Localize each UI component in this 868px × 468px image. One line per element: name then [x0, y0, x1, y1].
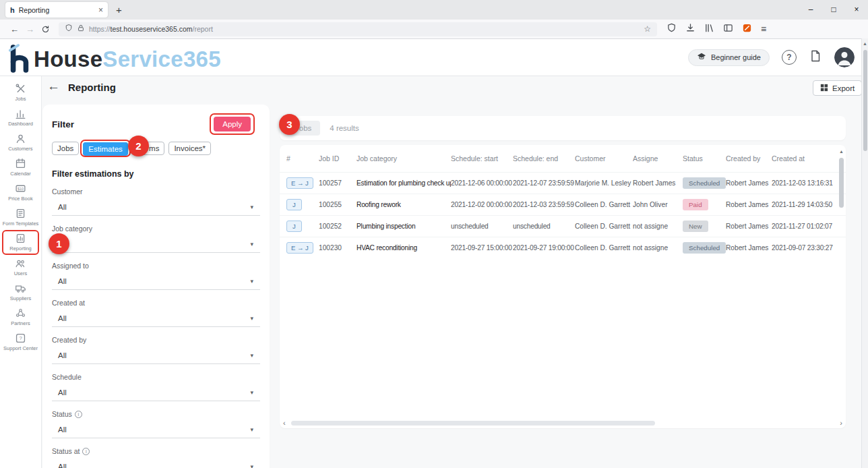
field-label: Status at i [52, 447, 260, 455]
results-count: 4 results [330, 124, 359, 132]
extension-icon[interactable] [742, 23, 752, 36]
sidebar-item-dashboard[interactable]: Dashboard [0, 105, 41, 130]
created-at-filter-select[interactable]: All ▾ [52, 310, 260, 327]
tab-estimates[interactable]: Estimates [83, 142, 128, 156]
price-tag-icon: $10 [15, 183, 26, 194]
sidebar-item-support-center[interactable]: ? Support Center [0, 330, 41, 355]
sidebar-item-form-templates[interactable]: Form Templates [0, 205, 41, 230]
library-icon[interactable] [704, 23, 714, 36]
table-row[interactable]: J 100252 Plumbing inspection unscheduled… [280, 215, 846, 237]
lock-icon[interactable] [77, 23, 85, 35]
sidebar-item-label: Users [14, 270, 28, 276]
job-category-filter-select[interactable]: All ▾ [52, 236, 260, 253]
person-icon [15, 133, 26, 144]
new-tab-button[interactable]: + [116, 4, 122, 16]
cell-created-at: 2021-09-07 23:30:27 [772, 244, 839, 252]
status-filter-select[interactable]: All ▾ [52, 421, 260, 438]
annotation-step-3: 3 [279, 114, 300, 135]
page-scrollbar[interactable]: ▲ [861, 38, 868, 468]
info-icon[interactable]: i [82, 448, 90, 455]
info-icon[interactable]: i [75, 411, 82, 418]
window-minimize-button[interactable]: – [799, 0, 822, 20]
help-button[interactable]: ? [782, 50, 797, 65]
filter-type-tabs: Jobs Estimates Forms Invoices* [52, 142, 260, 155]
status-at-filter-select[interactable]: All ▾ [52, 459, 260, 468]
chevron-down-icon: ▾ [250, 389, 253, 396]
table-vertical-scrollbar[interactable] [839, 158, 844, 208]
field-label: Customer [52, 187, 260, 196]
table-scroll-right-icon[interactable]: › [840, 419, 842, 427]
schedule-filter-select[interactable]: All ▾ [52, 384, 260, 401]
sidebar-item-label: Reporting [9, 245, 32, 252]
page-scrollbar-thumb[interactable] [863, 50, 867, 151]
assigned-to-filter-select[interactable]: All ▾ [52, 273, 260, 290]
browser-forward-button[interactable]: → [22, 24, 38, 34]
apply-annotation-wrap: Apply [214, 117, 251, 131]
cell-schedule-end: unscheduled [513, 223, 575, 230]
cell-assigne: Robert James [633, 179, 683, 187]
documents-button[interactable] [809, 49, 822, 65]
menu-icon[interactable]: ≡ [761, 24, 766, 34]
cell-assigne: John Oliver [633, 201, 683, 208]
browser-toolbar-icons: ≡ [666, 23, 766, 36]
table-row[interactable]: E → J 100230 HVAC reconditioning 2021-09… [280, 237, 846, 258]
export-button[interactable]: Export [813, 80, 862, 96]
page-scroll-up-icon[interactable]: ▲ [862, 41, 868, 46]
header-actions: Beginner guide ? [688, 47, 855, 67]
column-header: Job ID [319, 154, 356, 163]
apply-button[interactable]: Apply [214, 117, 251, 131]
page-back-button[interactable]: ← [47, 79, 60, 94]
save-to-pocket-icon[interactable] [666, 23, 677, 36]
cell-created-by: Robert James [726, 244, 772, 252]
tab-close-icon[interactable]: × [98, 5, 103, 15]
browser-refresh-button[interactable] [38, 25, 53, 34]
browser-back-button[interactable]: ← [7, 24, 22, 34]
field-label: Job category [52, 225, 260, 233]
address-bar-input[interactable]: https://test.houseservice365.com/report … [59, 22, 657, 36]
site-favicon-icon: h [10, 6, 15, 14]
filter-field-created-at: Created at All ▾ [52, 299, 260, 327]
chevron-down-icon: ▾ [250, 204, 253, 210]
sidebar-item-partners[interactable]: Partners [0, 305, 41, 330]
downloads-icon[interactable] [685, 23, 695, 36]
cell-job-category: Roofing rework [356, 201, 451, 208]
select-value: All [58, 463, 67, 468]
customer-filter-select[interactable]: All ▾ [52, 199, 260, 216]
sidebar-toggle-icon[interactable] [723, 23, 733, 36]
table-scroll-up-icon[interactable]: ▲ [839, 149, 844, 154]
filter-field-customer: Customer All ▾ [52, 187, 260, 216]
chevron-down-icon: ▾ [250, 315, 253, 322]
table-scroll-left-icon[interactable]: ‹ [283, 419, 286, 427]
form-icon [15, 208, 26, 219]
beginner-guide-button[interactable]: Beginner guide [688, 49, 770, 66]
table-header-row: # Job ID Job category Schedule: start Sc… [280, 145, 846, 172]
app-logo[interactable]: HouseService365 [8, 43, 221, 76]
cell-job-id: 100255 [319, 201, 356, 208]
table-row[interactable]: E → J 100257 Estimation for plumbing che… [280, 172, 846, 194]
table-horizontal-scrollbar[interactable] [291, 421, 655, 426]
calendar-icon [15, 158, 26, 169]
user-avatar[interactable] [834, 47, 855, 67]
sidebar-item-customers[interactable]: Customers [0, 130, 41, 155]
chevron-down-icon: ▾ [250, 352, 253, 359]
tracking-shield-icon[interactable] [65, 23, 73, 35]
cell-job-category: Plumbing inspection [356, 223, 451, 230]
table-row[interactable]: J 100255 Roofing rework 2021-12-02 00:00… [280, 194, 846, 215]
sidebar-item-reporting[interactable]: Reporting [0, 230, 41, 255]
tab-invoices[interactable]: Invoices* [168, 142, 211, 155]
sidebar-item-suppliers[interactable]: Suppliers [0, 280, 41, 305]
sidebar-item-price-book[interactable]: $10 Price Book [0, 180, 41, 205]
created-by-filter-select[interactable]: All ▾ [52, 347, 260, 364]
window-controls: – □ × [799, 0, 868, 20]
window-close-button[interactable]: × [845, 0, 868, 20]
tab-jobs[interactable]: Jobs [52, 142, 79, 155]
select-value: All [58, 351, 67, 359]
sidebar-item-jobs[interactable]: Jobs [0, 80, 41, 105]
sidebar-item-users[interactable]: Users [0, 255, 41, 280]
window-maximize-button[interactable]: □ [822, 0, 845, 20]
select-value: All [58, 314, 67, 322]
bookmark-star-icon[interactable]: ☆ [644, 24, 651, 34]
sidebar-item-calendar[interactable]: Calendar [0, 155, 41, 180]
browser-tab-reporting[interactable]: h Reporting × [5, 2, 108, 18]
cell-schedule-end: 2021-12-03 23:59:59 [513, 201, 575, 208]
